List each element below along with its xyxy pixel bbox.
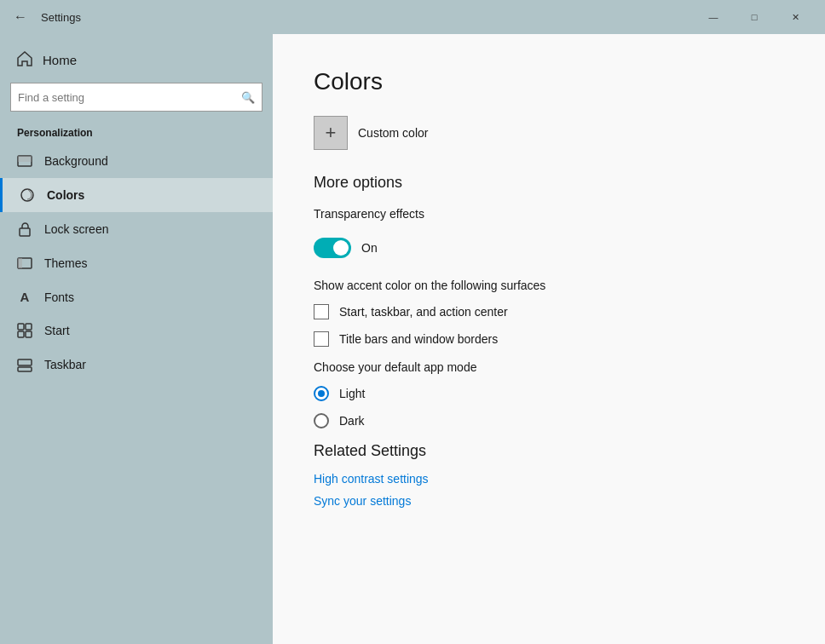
svg-rect-11 xyxy=(18,359,32,365)
window-controls: — □ ✕ xyxy=(694,0,815,34)
app-title: Settings xyxy=(41,11,81,24)
maximize-icon: □ xyxy=(752,12,758,22)
sidebar-item-themes[interactable]: Themes xyxy=(0,246,273,280)
titlebars-checkbox[interactable] xyxy=(314,331,329,347)
title-bar: ← Settings — □ ✕ xyxy=(0,0,825,34)
colors-label: Colors xyxy=(47,188,84,202)
svg-rect-1 xyxy=(18,156,32,162)
fonts-label: Fonts xyxy=(44,290,74,304)
maximize-button[interactable]: □ xyxy=(735,0,774,34)
page-title: Colors xyxy=(314,68,784,95)
start-label: Start xyxy=(44,324,70,337)
taskbar-label: Taskbar xyxy=(44,358,86,371)
radio-light[interactable] xyxy=(314,386,329,401)
close-icon: ✕ xyxy=(792,12,799,23)
minimize-button[interactable]: — xyxy=(694,0,733,34)
lock-screen-label: Lock screen xyxy=(44,222,108,236)
themes-icon xyxy=(17,256,32,271)
search-icon: 🔍 xyxy=(241,91,255,104)
custom-color-button[interactable]: + xyxy=(314,116,348,150)
lock-screen-icon xyxy=(17,221,32,237)
sidebar-item-home[interactable]: Home xyxy=(0,41,273,79)
sidebar-item-taskbar[interactable]: Taskbar xyxy=(0,348,273,382)
sidebar-item-colors[interactable]: Colors xyxy=(0,178,273,212)
transparency-setting: Transparency effects xyxy=(314,207,784,221)
sidebar-item-lock-screen[interactable]: Lock screen xyxy=(0,212,273,246)
svg-rect-9 xyxy=(26,331,32,337)
titlebars-checkbox-label: Title bars and window borders xyxy=(339,332,498,346)
sidebar-item-start[interactable]: Start xyxy=(0,313,273,348)
svg-rect-7 xyxy=(26,324,32,330)
svg-rect-5 xyxy=(18,258,22,268)
transparency-label: Transparency effects xyxy=(314,207,784,221)
taskbar-checkbox[interactable] xyxy=(314,304,329,319)
main-content: Colors + Custom color More options Trans… xyxy=(273,34,825,644)
radio-dark-label: Dark xyxy=(339,414,365,428)
transparency-toggle-row: On xyxy=(314,238,784,258)
radio-light-label: Light xyxy=(339,387,365,400)
search-box[interactable]: 🔍 xyxy=(10,83,262,112)
app-mode-label: Choose your default app mode xyxy=(314,360,784,374)
back-icon: ← xyxy=(14,9,27,25)
minimize-icon: — xyxy=(709,12,718,22)
custom-color-row: + Custom color xyxy=(314,116,784,150)
sidebar-item-fonts[interactable]: A Fonts xyxy=(0,280,273,313)
radio-dark[interactable] xyxy=(314,413,329,428)
svg-rect-6 xyxy=(18,324,24,330)
close-button[interactable]: ✕ xyxy=(776,0,815,34)
home-label: Home xyxy=(43,53,77,67)
more-options-heading: More options xyxy=(314,174,784,192)
taskbar-icon xyxy=(17,357,32,372)
checkbox-row-taskbar: Start, taskbar, and action center xyxy=(314,304,784,319)
transparency-toggle[interactable] xyxy=(314,238,351,258)
background-label: Background xyxy=(44,154,108,168)
radio-row-light[interactable]: Light xyxy=(314,386,784,401)
start-icon xyxy=(17,323,32,338)
home-icon xyxy=(17,51,32,69)
background-icon xyxy=(17,153,32,169)
search-input[interactable] xyxy=(18,91,241,104)
back-button[interactable]: ← xyxy=(10,6,31,28)
colors-icon xyxy=(20,187,35,203)
sidebar-section-label: Personalization xyxy=(0,118,273,144)
related-settings-heading: Related Settings xyxy=(314,442,784,460)
checkbox-row-titlebars: Title bars and window borders xyxy=(314,331,784,347)
custom-color-label: Custom color xyxy=(358,126,428,140)
plus-icon: + xyxy=(326,122,337,144)
fonts-icon: A xyxy=(17,290,32,304)
svg-rect-3 xyxy=(20,228,30,236)
svg-rect-8 xyxy=(18,331,24,337)
sync-settings-link[interactable]: Sync your settings xyxy=(314,494,784,508)
svg-rect-10 xyxy=(18,367,32,371)
radio-row-dark[interactable]: Dark xyxy=(314,413,784,428)
app-body: Home 🔍 Personalization Background xyxy=(0,34,825,644)
sidebar-item-background[interactable]: Background xyxy=(0,144,273,178)
transparency-state: On xyxy=(361,241,378,255)
accent-surfaces-label: Show accent color on the following surfa… xyxy=(314,279,784,292)
taskbar-checkbox-label: Start, taskbar, and action center xyxy=(339,305,508,319)
themes-label: Themes xyxy=(44,256,88,270)
sidebar: Home 🔍 Personalization Background xyxy=(0,34,273,644)
high-contrast-link[interactable]: High contrast settings xyxy=(314,472,784,486)
